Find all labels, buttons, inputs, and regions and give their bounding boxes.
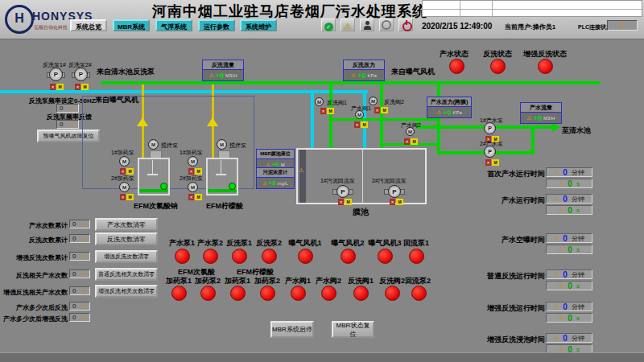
dosing-pump4-icon[interactable]: M [188,182,198,192]
counter-field-5[interactable]: 0⚠ [69,286,90,295]
mode-tag-icon: M [411,138,418,145]
reset-normal-related-count-button[interactable]: 普通反洗相关次数清零 [95,268,158,281]
instrument-title: 反洗压力 [344,60,384,70]
instrument-unit: mg/L [278,181,288,186]
backwash-pump1-icon[interactable]: P [49,68,63,81]
timer-unit: 分钟 [572,302,584,311]
dosing-pump3-icon[interactable]: M [188,156,198,167]
fault-tag-icon: ✕ [50,84,56,90]
mixer-pump2-label: 搅拌泵 [229,142,246,150]
counter-field-1[interactable]: 0⚠ [69,220,90,228]
tab-run-parameters[interactable]: 运行参数 [198,19,235,31]
warning-icon: ⚠ [82,271,87,278]
motor-letter: M [122,185,126,190]
user-icon [364,26,371,30]
freq-set-input[interactable]: 0 ⚠ [56,104,79,113]
valve-letter: M [317,100,321,105]
pipe-connector-right [531,127,535,154]
reset-enhanced-backwash-count-button[interactable]: 增强反洗次数清零 [95,250,158,263]
warning-icon: ⚠ [209,72,214,79]
backwash-pump2-icon[interactable]: P [74,68,88,81]
product-valve2-tags: ✕M [404,138,418,145]
timer-label-5: 增强反洗运行时间 [469,303,545,314]
tank-status-dot [160,183,167,190]
mbr-start-stop-button[interactable]: MBR系统启停 [270,321,314,338]
tank-status-dot [229,183,236,190]
instrument-unit: M3/H [543,116,555,121]
motor-letter: M [122,159,126,164]
counter-field-4[interactable]: 0⚠ [69,269,90,278]
counter-field-3[interactable]: 0⚠ [69,252,90,261]
mode-tag-icon: M [126,194,134,200]
instrument-unit: KPa [368,73,377,78]
timer-minutes-5: ⚠0分钟 [546,302,592,311]
alarm-button[interactable]: ⚠ [341,19,355,31]
mbr-status-reset-button[interactable]: MBR状态复位 [332,321,374,338]
pipe-product-header [331,118,439,121]
product-flow-instrument: 产水流量 ⚠+0M3/H [520,102,562,124]
product-valve1-icon[interactable]: M [355,110,364,119]
backwash-valve2-tags: ✕M [374,107,388,113]
instrument-value: +0 [357,72,365,80]
reset-product-count-button[interactable]: 产水次数清零 [95,218,158,231]
product-pressure-instrument: 产水压力(跨膜) ⚠+0KPa [427,97,472,118]
backwash-valve1-icon[interactable]: M [315,97,324,106]
tab-system-maintenance[interactable]: 系统维护 [240,19,277,31]
counter-field-7[interactable]: 0⚠ [69,313,90,322]
sludge-pump1-icon[interactable]: P [336,185,349,198]
product-pump2-icon[interactable]: P [484,146,496,158]
fault-tag-icon: ✕ [75,84,80,90]
mixer-pump2-icon[interactable]: M [217,139,227,150]
sludge-pump1-tags: ✕M [338,199,352,205]
backwash-valve1-label: 反洗阀1 [327,99,347,107]
product-valve1-tags: ✕M [354,121,368,128]
counter-field-6[interactable]: 0⚠ [69,302,90,311]
warning-icon: ⚠ [559,282,564,289]
warning-icon: ⚠ [554,195,559,202]
device-light [341,249,356,264]
timer-unit: 分钟 [572,195,584,204]
product-valve2-icon[interactable]: M [406,127,415,136]
warning-icon: ⚠ [82,288,87,294]
sludge-pump2-icon[interactable]: P [388,185,401,198]
backwash-valve2-icon[interactable]: M [369,97,378,105]
check-icon: ✓ [324,23,333,31]
mode-tag-icon: M [396,199,403,205]
counter-field-2[interactable]: 0⚠ [69,234,90,243]
warning-icon: ⚠ [71,121,76,128]
instrument-unit: M [281,162,285,167]
device-light [353,286,369,301]
timer-minutes-2: ⚠0分钟 [546,194,592,204]
dosing-pump1-icon[interactable]: M [119,156,130,167]
warning-icon: ⚠ [82,303,87,310]
dosing-pump4-tags: ✕M [188,194,202,200]
device-light [321,286,336,301]
warning-icon: ⚠ [619,22,625,29]
reset-enhanced-related-count-button[interactable]: 增强反洗相关次数清零 [95,285,158,298]
mixer-paddle [147,174,158,175]
tab-system-overview[interactable]: 系统总览 [70,19,107,31]
backwash-pump2-tags: ✕ M [75,84,89,90]
reset-backwash-count-button[interactable]: 反洗次数清零 [95,232,158,245]
instrument-title: 污泥浓度计 [257,168,294,178]
device-light [378,249,393,264]
power-button[interactable] [398,19,413,31]
timer-value: 0 [563,168,568,177]
tab-mbr-system[interactable]: MBR系统 [113,19,150,31]
user-button[interactable] [360,19,374,31]
mixer-pump1-label: 搅拌泵 [161,142,178,150]
timer-value: 0 [568,179,572,188]
warning-icon: ⚠ [559,207,564,213]
dosing-pump2-icon[interactable]: M [119,182,130,192]
status-button[interactable] [379,19,394,31]
hypochlorite-tank-label: EFM次氯酸钠 [134,201,178,212]
header-bar: H HONYSYS 弘顺自动化科技 河南中烟工业驻马店卷烟厂污水处理系统 系统总… [0,0,644,39]
timer-seconds-1: ⚠0s [546,179,592,188]
product-pump1-icon[interactable]: P [484,122,496,134]
tab-flotation-system[interactable]: 气浮系统 [155,19,192,31]
instrument-title: 产水压力(跨膜) [427,97,471,107]
mixer-pump1-icon[interactable]: M [148,139,159,150]
sludge-pump2-label: 2#污泥回流泵 [372,177,407,185]
confirm-button[interactable]: ✓ [321,19,336,31]
dosing-pump3-tags: ✕M [188,168,202,175]
